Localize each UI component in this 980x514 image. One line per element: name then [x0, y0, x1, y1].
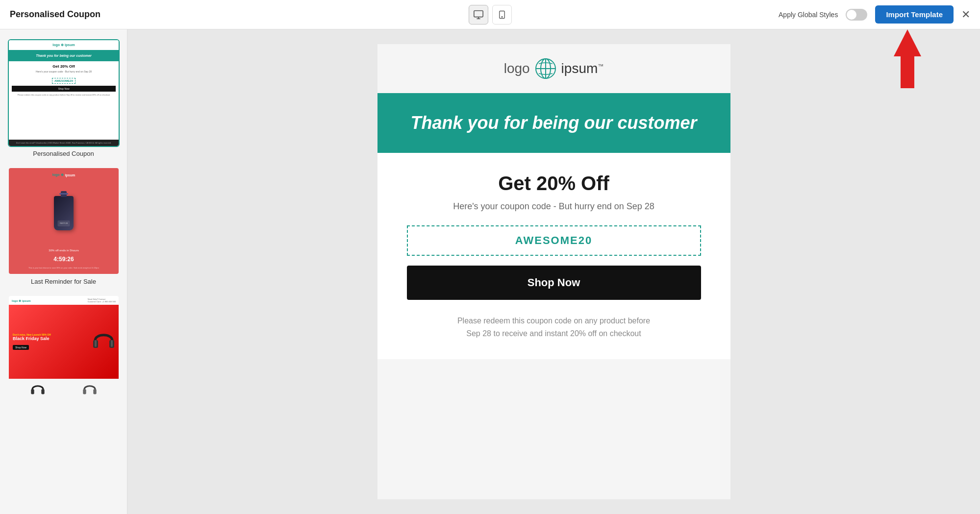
template-name-coupon: Personalised Coupon — [8, 150, 119, 157]
device-switcher — [469, 5, 512, 24]
thumb2-perfume: PARFUM — [54, 181, 74, 245]
svg-rect-9 — [31, 389, 34, 394]
template-thumbnail-blackfriday: logo ⊕ ipsum Need Help? ContactCustomer … — [8, 295, 120, 403]
topbar: Personalised Coupon Apply Global Styles … — [0, 0, 980, 29]
main-content: logo ⊕ ipsum Thank you for being our cus… — [0, 29, 980, 514]
thumb1-header: logo ⊕ ipsum — [9, 40, 119, 50]
import-template-button[interactable]: Import Template — [875, 5, 954, 24]
close-button[interactable]: ✕ — [961, 9, 970, 20]
svg-rect-11 — [83, 389, 86, 394]
email-coupon-desc: Here's your coupon code - But hurry end … — [407, 201, 701, 212]
svg-rect-7 — [95, 340, 97, 347]
email-coupon-code: AWESOME20 — [407, 225, 701, 256]
thumb1-bottom: Don't want this email? Unsubscribe | 230… — [9, 140, 119, 146]
email-shop-button[interactable]: Shop Now — [407, 266, 701, 300]
thumb3-header: logo ⊕ ipsum Need Help? ContactCustomer … — [9, 296, 119, 305]
thumb2-promo: 30% off ends in 5hours — [49, 249, 78, 252]
toggle-knob — [847, 10, 856, 20]
email-redeem-text: Please redeem this coupon code on any pr… — [407, 315, 701, 340]
email-logo-section: logo ipsum™ — [377, 44, 730, 93]
email-discount-title: Get 20% Off — [407, 172, 701, 195]
svg-rect-12 — [93, 389, 96, 394]
apply-global-label: Apply Global Styles — [779, 11, 838, 19]
mobile-view-btn[interactable] — [492, 5, 512, 24]
page-title: Personalised Coupon — [10, 9, 101, 20]
logo-globe-icon — [535, 58, 556, 79]
template-thumbnail-coupon: logo ⊕ ipsum Thank you for being our cus… — [8, 39, 120, 147]
headphone-small-2 — [82, 382, 97, 399]
template-item-coupon[interactable]: logo ⊕ ipsum Thank you for being our cus… — [0, 35, 127, 163]
email-preview-area: logo ipsum™ Thank you for b — [127, 29, 980, 514]
svg-rect-8 — [111, 340, 113, 347]
headphones-icon — [93, 328, 115, 355]
template-item-sale[interactable]: logo ⊕ipsum PARFUM 30% off ends in 5hour… — [0, 163, 127, 291]
thumb1-banner: Thank you for being our customer — [9, 50, 119, 61]
desktop-view-btn[interactable] — [469, 5, 488, 24]
logo-text-left: logo — [504, 61, 530, 76]
svg-rect-0 — [474, 10, 482, 17]
headphone-small-1 — [30, 382, 45, 399]
svg-rect-10 — [41, 389, 44, 394]
template-thumbnail-sale: logo ⊕ipsum PARFUM 30% off ends in 5hour… — [8, 167, 120, 275]
logo-text-right: ipsum™ — [561, 61, 604, 76]
topbar-right: Apply Global Styles Import Template ✕ — [779, 5, 970, 24]
svg-point-4 — [502, 16, 503, 17]
thumb2-timer: 4:59:26 — [53, 256, 74, 263]
template-sidebar: logo ⊕ ipsum Thank you for being our cus… — [0, 29, 127, 514]
global-styles-toggle[interactable] — [846, 9, 867, 21]
logo-area: logo ipsum™ — [387, 58, 721, 79]
template-item-blackfriday[interactable]: logo ⊕ ipsum Need Help? ContactCustomer … — [0, 291, 127, 407]
email-banner: Thank you for being our customer — [377, 93, 730, 153]
thumb1-body: Get 20% Off Here's your coupon code - Bu… — [9, 61, 119, 140]
email-banner-text: Thank you for being our customer — [387, 113, 721, 133]
email-body: Get 20% Off Here's your coupon code - Bu… — [377, 153, 730, 359]
template-name-sale: Last Reminder for Sale — [8, 278, 119, 285]
email-preview: logo ipsum™ Thank you for b — [377, 44, 730, 499]
